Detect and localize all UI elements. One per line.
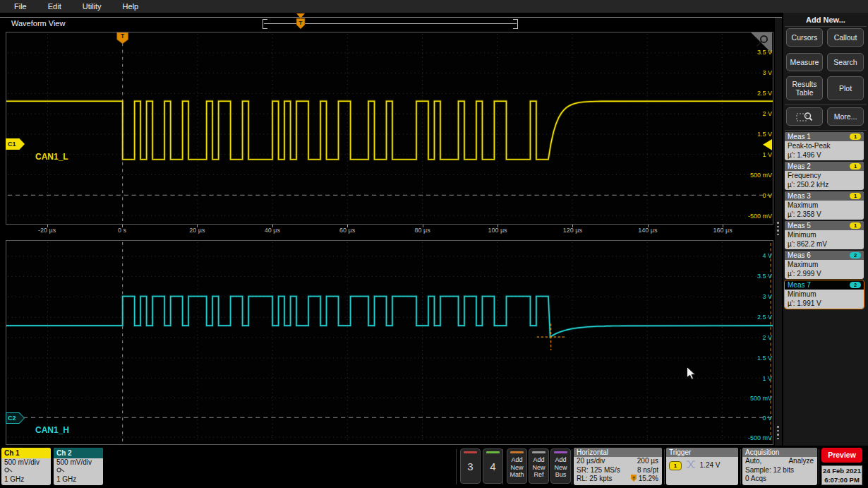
ch2-axis-label: -500 mV	[723, 434, 772, 441]
acquisition-mode: Auto,	[745, 457, 761, 466]
horizontal-badge[interactable]: Horizontal 20 µs/div 200 µs SR: 125 MS/s…	[574, 448, 662, 485]
add-new-ref-button[interactable]: AddNewRef	[529, 448, 549, 484]
meas-card-body: Frequencyµ': 250.2 kHz	[785, 171, 864, 189]
button-color-stripe	[554, 451, 567, 453]
meas-value: µ': 1.496 V	[788, 151, 864, 160]
ch1-plot-svg: T	[6, 32, 773, 224]
trigger-flag-icon[interactable]: T	[296, 18, 306, 30]
meas-card-2[interactable]: Meas 21Frequencyµ': 250.2 kHz	[785, 162, 864, 190]
ch2-axis-label: 4 V	[723, 252, 772, 259]
menu-item-file[interactable]: File	[14, 2, 27, 11]
preview-button[interactable]: Preview	[821, 448, 862, 463]
meas-value: µ': 250.2 kHz	[788, 181, 864, 190]
button-color-stripe	[532, 451, 545, 453]
add-new-button-cursors[interactable]: Cursors	[786, 28, 823, 47]
graticule-ch1[interactable]: T	[6, 32, 773, 225]
horizontal-duration: 200 µs	[637, 457, 658, 466]
channel-display-button-4[interactable]: 4	[483, 448, 503, 484]
meas-label: Maximum	[788, 261, 864, 270]
menu-item-edit[interactable]: Edit	[48, 2, 61, 11]
probe-icon	[56, 467, 66, 473]
meas-source-badge: 2	[850, 282, 861, 288]
meas-card-5[interactable]: Meas 62Maximumµ': 2.999 V	[785, 251, 864, 279]
graticule-trigger-flag-icon[interactable]: T	[117, 32, 128, 44]
meas-card-1[interactable]: Meas 11Peak-to-Peakµ': 1.496 V	[785, 132, 864, 160]
menu-item-help[interactable]: Help	[123, 2, 139, 11]
datetime-display: 24 Feb 2021 6:07:00 PM	[821, 465, 862, 485]
menu-bar: FileEditUtilityHelp	[0, 0, 868, 13]
trigger-position-icon: T	[631, 475, 637, 482]
ch1-scale: 500 mV/div	[4, 458, 51, 467]
ch2-axis-label: 2 V	[723, 334, 772, 341]
ch2-scale: 500 mV/div	[56, 458, 103, 467]
graticule-ch2[interactable]	[6, 240, 773, 445]
meas-card-6[interactable]: Meas 72Minimumµ': 1.991 V	[785, 280, 864, 309]
meas-value: µ': 2.999 V	[788, 270, 864, 279]
meas-card-body: Minimumµ': 862.2 mV	[785, 230, 864, 249]
trigger-badge[interactable]: Trigger 1 1.24 V	[666, 448, 738, 485]
meas-card-body: Peak-to-Peakµ': 1.496 V	[785, 141, 864, 160]
trigger-level: 1.24 V	[700, 461, 721, 469]
ch1-axis-label: 1 V	[723, 151, 772, 158]
channel-color-stripe	[486, 451, 500, 453]
panel-splitter[interactable]	[775, 18, 782, 446]
more-button[interactable]: More...	[827, 107, 864, 126]
ch1-badge[interactable]: Ch 1 500 mV/div 1 GHz	[1, 448, 51, 485]
meas-card-title: Meas 51	[785, 221, 864, 230]
time-axis-label: 40 µs	[251, 227, 294, 234]
add-new-bus-button[interactable]: AddNewBus	[550, 448, 571, 484]
trigger-level-arrow-icon	[763, 139, 772, 150]
ch1-reference-marker[interactable]: C1	[6, 138, 25, 150]
ch2-waveform	[6, 296, 773, 337]
time-axis-label: 100 µs	[476, 227, 519, 234]
ch1-axis-label: 3.5 V	[723, 49, 772, 56]
waveform-view-title: Waveform View	[11, 19, 65, 28]
bus-label-can1-l[interactable]: CAN1_L	[35, 152, 68, 162]
trigger-title: Trigger	[666, 448, 738, 457]
button-color-stripe	[510, 451, 524, 453]
bus-label-can1-h[interactable]: CAN1_H	[35, 425, 69, 435]
meas-label: Frequency	[788, 172, 864, 181]
trigger-position-triangle-icon[interactable]	[296, 13, 305, 18]
ch1-axis-label: 1.5 V	[723, 131, 772, 138]
ch1-axis-label: 3 V	[723, 69, 772, 76]
acquisition-sample: Sample: 12 bits	[745, 466, 794, 475]
add-new-title: Add New...	[783, 16, 868, 24]
acquisition-badge[interactable]: Acquisition Auto, Analyze Sample: 12 bit…	[742, 448, 817, 485]
time-axis-label: 20 µs	[176, 227, 218, 234]
zoom-mode-icon	[796, 111, 813, 123]
meas-card-title: Meas 11	[785, 132, 864, 141]
menu-item-utility[interactable]: Utility	[83, 2, 102, 11]
add-new-button-search[interactable]: Search	[827, 53, 864, 71]
ch1-badge-title: Ch 1	[1, 448, 51, 458]
meas-card-3[interactable]: Meas 31Maximumµ': 2.358 V	[785, 191, 864, 220]
splitter-handle-icon[interactable]	[777, 426, 779, 439]
probe-icon	[4, 467, 13, 473]
meas-card-4[interactable]: Meas 51Minimumµ': 862.2 mV	[785, 221, 864, 249]
channel-button-label: 3	[461, 460, 480, 472]
add-new-button-measure[interactable]: Measure	[786, 53, 823, 71]
channel-display-button-3[interactable]: 3	[460, 448, 481, 484]
waveform-glow	[6, 296, 773, 337]
date-text: 24 Feb 2021	[822, 466, 862, 475]
add-new-button-results-table[interactable]: Results Table	[786, 76, 823, 100]
meas-card-title: Meas 21	[785, 162, 864, 171]
trigger-edge-icon	[686, 460, 696, 469]
time-text: 6:07:00 PM	[822, 475, 862, 484]
ch2-reference-marker[interactable]: C2	[6, 412, 25, 424]
time-axis-label: -20 µs	[26, 227, 68, 234]
add-new-math-button[interactable]: AddNewMath	[507, 448, 527, 484]
time-axis-label: 0 s	[101, 227, 143, 234]
horizontal-record-length: RL: 25 kpts	[577, 475, 613, 484]
record-view-right-bracket	[513, 19, 518, 29]
add-new-button-callout[interactable]: Callout	[827, 28, 864, 47]
ch2-badge[interactable]: Ch 2 500 mV/div 1 GHz	[54, 448, 103, 485]
meas-card-body: Maximumµ': 2.999 V	[785, 260, 864, 278]
ch1-axis-label: 0 V	[723, 192, 772, 199]
add-new-button-plot[interactable]: Plot	[827, 76, 864, 100]
meas-card-body: Maximumµ': 2.358 V	[785, 201, 864, 219]
channel-color-stripe	[464, 451, 477, 453]
meas-card-title: Meas 62	[785, 251, 864, 260]
zoom-mode-button[interactable]	[786, 107, 823, 126]
splitter-handle-icon[interactable]	[777, 222, 779, 235]
